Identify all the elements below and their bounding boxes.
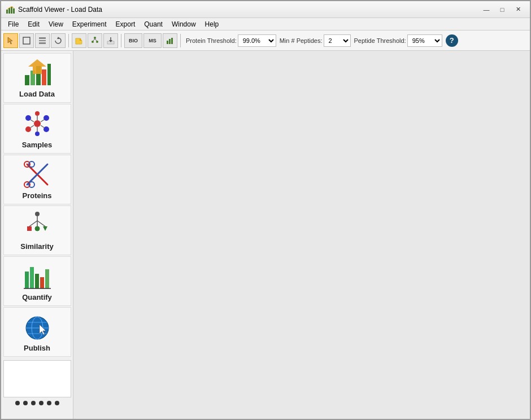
separator-2 <box>121 34 121 47</box>
sidebar: Load Data Samples <box>1 51 73 420</box>
load-data-icon <box>23 58 52 88</box>
close-button[interactable]: ✕ <box>511 4 525 15</box>
svg-rect-59 <box>40 277 44 288</box>
title-bar-controls: — □ ✕ <box>479 4 525 15</box>
svg-rect-0 <box>6 10 8 14</box>
min-peptides-select[interactable]: 2 1 3 <box>324 34 351 47</box>
sidebar-item-samples[interactable]: Samples <box>3 104 71 154</box>
menu-item-quant[interactable]: Quant <box>140 18 167 30</box>
samples-label: Samples <box>22 141 52 149</box>
menu-bar: FileEditViewExperimentExportQuantWindowH… <box>1 18 530 30</box>
menu-item-window[interactable]: Window <box>167 18 201 30</box>
svg-line-41 <box>41 120 44 122</box>
title-bar: Scaffold Viewer - Load Data — □ ✕ <box>1 1 530 18</box>
publish-icon <box>23 312 52 342</box>
svg-rect-25 <box>25 75 29 85</box>
svg-rect-1 <box>8 8 10 14</box>
export-button[interactable] <box>103 33 118 48</box>
similarity-icon <box>23 211 52 240</box>
load-data-label: Load Data <box>19 90 55 98</box>
svg-point-37 <box>35 132 40 136</box>
minimize-button[interactable]: — <box>479 4 494 15</box>
dot-4 <box>39 401 43 405</box>
svg-rect-6 <box>23 37 30 44</box>
menu-item-export[interactable]: Export <box>111 18 140 30</box>
quantify-label: Quantify <box>22 293 52 301</box>
app-icon <box>6 5 15 14</box>
svg-rect-29 <box>47 64 51 85</box>
peptide-threshold-group: Peptide Threshold: 95% 90% 80% <box>354 34 442 47</box>
quantify-icon <box>23 261 52 291</box>
tree-view-button[interactable] <box>88 33 102 48</box>
svg-point-48 <box>35 212 40 216</box>
sidebar-item-proteins[interactable]: Proteins <box>3 155 71 204</box>
window-title: Scaffold Viewer - Load Data <box>18 6 102 14</box>
dot-2 <box>23 401 28 405</box>
menu-item-file[interactable]: File <box>3 18 23 30</box>
svg-line-51 <box>37 221 45 226</box>
title-bar-left: Scaffold Viewer - Load Data <box>6 5 102 14</box>
svg-line-43 <box>41 125 44 128</box>
svg-point-14 <box>94 37 96 39</box>
svg-line-40 <box>31 120 34 122</box>
svg-point-32 <box>25 115 31 121</box>
load-file-button[interactable] <box>72 33 86 48</box>
sidebar-item-load-data[interactable]: Load Data <box>3 53 71 103</box>
svg-rect-8 <box>39 40 46 41</box>
help-button[interactable]: ? <box>446 34 458 47</box>
ms-button[interactable]: MS <box>143 33 162 48</box>
sidebar-panel <box>3 360 71 397</box>
svg-rect-28 <box>42 69 46 85</box>
proteins-icon <box>23 160 52 189</box>
svg-marker-12 <box>76 38 82 44</box>
dot-row <box>15 397 59 409</box>
svg-point-33 <box>43 115 49 121</box>
maximize-button[interactable]: □ <box>495 4 510 15</box>
rotate-button[interactable] <box>51 33 66 48</box>
sidebar-item-similarity[interactable]: Similarity <box>3 205 71 255</box>
dot-6 <box>55 401 59 405</box>
similarity-label: Similarity <box>20 242 54 251</box>
dot-5 <box>47 401 51 405</box>
cursor-tool-button[interactable] <box>3 33 18 48</box>
select-rect-button[interactable] <box>19 33 34 48</box>
menu-item-view[interactable]: View <box>44 18 68 30</box>
svg-point-54 <box>35 226 40 231</box>
sidebar-item-publish[interactable]: Publish <box>3 307 71 357</box>
menu-item-experiment[interactable]: Experiment <box>68 18 111 30</box>
select-all-button[interactable] <box>35 33 50 48</box>
svg-rect-7 <box>39 37 46 39</box>
publish-label: Publish <box>24 344 50 352</box>
svg-point-35 <box>43 126 49 132</box>
min-peptides-group: Min # Peptides: 2 1 3 <box>280 34 351 47</box>
proteins-label: Proteins <box>22 191 51 200</box>
svg-rect-2 <box>11 7 12 14</box>
bio-button[interactable]: BIO <box>124 33 142 48</box>
min-peptides-label: Min # Peptides: <box>280 37 323 44</box>
svg-rect-58 <box>35 274 39 288</box>
svg-rect-56 <box>25 272 29 288</box>
protein-threshold-select[interactable]: 99.0% 95.0% 90.0% <box>238 34 276 47</box>
svg-line-42 <box>31 125 34 128</box>
svg-rect-24 <box>171 38 173 44</box>
menu-item-help[interactable]: Help <box>201 18 224 30</box>
peptide-threshold-select[interactable]: 95% 90% 80% <box>407 34 442 47</box>
svg-point-34 <box>25 126 31 132</box>
svg-rect-3 <box>13 8 15 14</box>
sidebar-item-quantify[interactable]: Quantify <box>3 256 71 306</box>
svg-rect-9 <box>39 42 46 44</box>
separator-3 <box>180 34 181 47</box>
svg-point-31 <box>34 120 41 127</box>
main-area: Load Data Samples <box>1 51 530 420</box>
svg-point-18 <box>96 41 98 43</box>
svg-marker-5 <box>8 37 12 44</box>
peptide-threshold-label: Peptide Threshold: <box>354 37 406 44</box>
protein-threshold-label: Protein Threshold: <box>186 37 237 44</box>
separator-1 <box>68 34 69 47</box>
menu-item-edit[interactable]: Edit <box>23 18 44 30</box>
chart-button[interactable] <box>163 33 177 48</box>
dot-3 <box>31 401 36 405</box>
samples-icon <box>23 109 52 138</box>
ms-label: MS <box>149 38 156 43</box>
toolbar: BIO MS Protein Threshold: 99.0% 95.0% 90… <box>1 30 530 51</box>
